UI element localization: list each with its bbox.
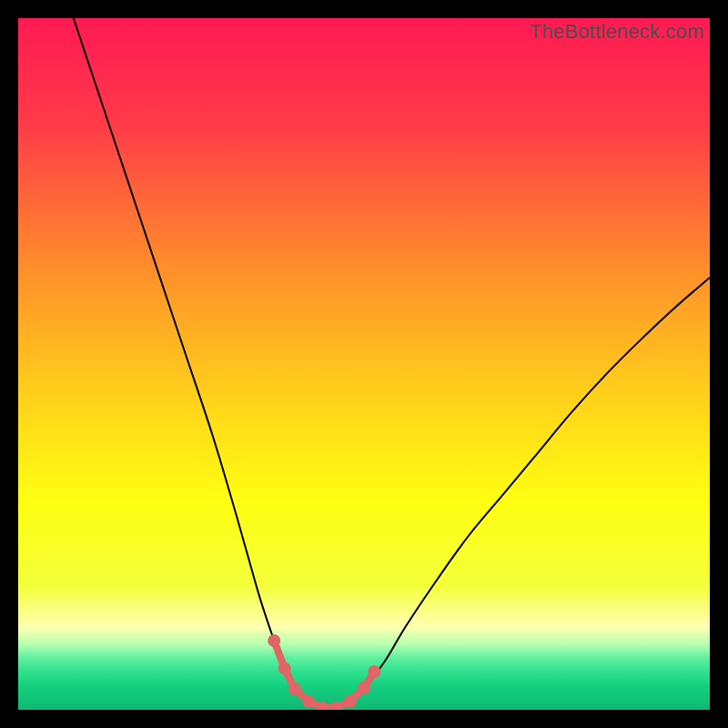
valley-marker-dot [344,695,357,708]
valley-marker-dot [358,682,370,694]
valley-marker-dot [268,634,280,647]
valley-marker-dot [368,665,380,678]
watermark-text: TheBottleneck.com [530,20,704,44]
valley-marker-dot [278,662,291,674]
chart-frame: TheBottleneck.com [0,0,728,728]
valley-marker-dot [302,695,315,708]
valley-marker-dot [288,682,301,695]
plot-area: TheBottleneck.com [18,18,710,710]
valley-markers [18,18,710,710]
